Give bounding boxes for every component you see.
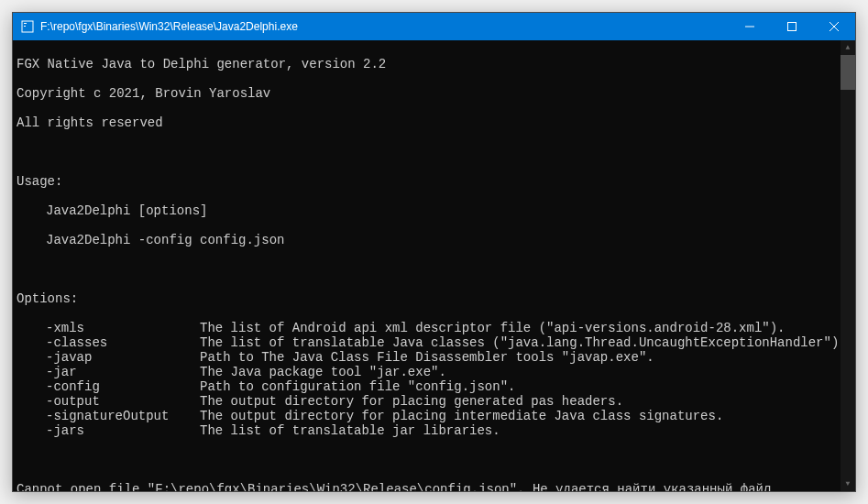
- usage-label: Usage:: [16, 174, 852, 189]
- option-row: -signatureOutputThe output directory for…: [16, 409, 852, 423]
- option-desc: Path to configuration file "config.json"…: [200, 379, 515, 394]
- option-row: -javapPath to The Java Class File Disass…: [16, 350, 852, 365]
- option-desc: The list of translatable Java classes ("…: [200, 335, 847, 350]
- svg-rect-0: [22, 21, 33, 32]
- svg-rect-4: [788, 23, 797, 31]
- app-icon: [20, 19, 35, 34]
- option-desc: Path to The Java Class File Disassembler…: [200, 350, 654, 365]
- close-button[interactable]: [813, 13, 855, 40]
- svg-rect-2: [24, 26, 26, 27]
- option-desc: The output directory for placing interme…: [200, 409, 723, 423]
- option-row: -outputThe output directory for placing …: [16, 394, 852, 409]
- option-row: -jarsThe list of translatable jar librar…: [16, 423, 852, 438]
- console-window: F:\repo\fgx\Binaries\Win32\Release\Java2…: [12, 12, 856, 492]
- header-line: FGX Native Java to Delphi generator, ver…: [16, 57, 852, 71]
- option-flag: -javap: [16, 350, 200, 365]
- blank-line: [16, 262, 852, 277]
- titlebar[interactable]: F:\repo\fgx\Binaries\Win32\Release\Java2…: [13, 13, 855, 40]
- option-flag: -xmls: [16, 321, 200, 335]
- window-controls: [729, 13, 855, 40]
- option-row: -classesThe list of translatable Java cl…: [16, 335, 852, 350]
- usage-line: Java2Delphi [options]: [16, 203, 852, 218]
- option-flag: -signatureOutput: [16, 409, 200, 423]
- option-desc: The list of translatable jar libraries.: [200, 423, 500, 438]
- option-desc: The output directory for placing generat…: [200, 394, 623, 409]
- header-line: Copyright c 2021, Brovin Yaroslav: [16, 86, 852, 101]
- option-row: -jarThe Java package tool "jar.exe".: [16, 365, 852, 379]
- option-flag: -output: [16, 394, 200, 409]
- blank-line: [16, 453, 852, 467]
- scroll-down-arrow[interactable]: ▼: [841, 477, 855, 491]
- vertical-scrollbar[interactable]: ▲ ▼: [841, 40, 855, 491]
- minimize-button[interactable]: [729, 13, 771, 40]
- blank-line: [16, 145, 852, 159]
- option-row: -configPath to configuration file "confi…: [16, 379, 852, 394]
- option-desc: The Java package tool "jar.exe".: [200, 365, 446, 379]
- option-flag: -jar: [16, 365, 200, 379]
- svg-rect-1: [24, 23, 27, 24]
- option-flag: -jars: [16, 423, 200, 438]
- error-line: Cannot open file "F:\repo\fgx\Binaries\W…: [16, 482, 852, 491]
- scroll-thumb[interactable]: [841, 55, 855, 90]
- scroll-up-arrow[interactable]: ▲: [841, 40, 855, 55]
- console-output[interactable]: FGX Native Java to Delphi generator, ver…: [13, 40, 855, 491]
- option-flag: -config: [16, 379, 200, 394]
- maximize-button[interactable]: [771, 13, 813, 40]
- option-row: -xmlsThe list of Android api xml descrip…: [16, 321, 852, 335]
- header-line: All rights reserved: [16, 115, 852, 130]
- options-label: Options:: [16, 291, 852, 306]
- option-flag: -classes: [16, 335, 200, 350]
- option-desc: The list of Android api xml descriptor f…: [200, 321, 786, 335]
- usage-line: Java2Delphi -config config.json: [16, 233, 852, 247]
- window-title: F:\repo\fgx\Binaries\Win32\Release\Java2…: [40, 20, 729, 33]
